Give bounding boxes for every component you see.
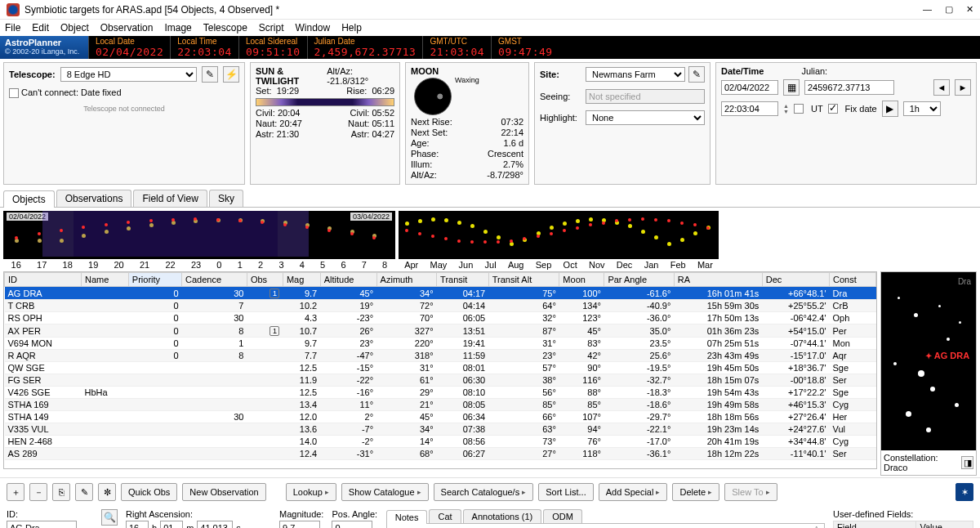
col-cadence[interactable]: Cadence: [182, 273, 247, 287]
settings-button[interactable]: ✼: [98, 483, 116, 501]
time-spinner[interactable]: ▲▼: [783, 103, 789, 114]
slew-to-button[interactable]: Slew To: [724, 483, 777, 501]
tab-objects[interactable]: Objects: [3, 190, 55, 208]
col-moon[interactable]: Moon: [559, 273, 604, 287]
tab-observations[interactable]: Observations: [56, 190, 132, 207]
minimize-button[interactable]: ―: [923, 4, 932, 15]
ra-s[interactable]: [197, 521, 233, 528]
delete-button[interactable]: Delete: [672, 483, 719, 501]
mag-input[interactable]: [279, 521, 320, 528]
planetarium-icon[interactable]: ✶: [956, 483, 973, 501]
menu-object[interactable]: Object: [60, 22, 89, 34]
sun-set: 19:29: [277, 86, 300, 96]
dt-step-select[interactable]: 1h: [903, 101, 941, 116]
quick-obs-button[interactable]: Quick Obs: [121, 483, 177, 501]
col-parangle[interactable]: Par Angle: [604, 273, 674, 287]
id-search-icon[interactable]: 🔍: [101, 509, 118, 526]
table-row[interactable]: STHA 16913.411°21°08:0585°85°-18.6°19h 4…: [5, 399, 876, 411]
telescope-select[interactable]: 8 Edge HD: [60, 67, 197, 82]
site-edit-icon[interactable]: ✎: [688, 66, 705, 83]
table-row[interactable]: AS 28912.4-31°68°06:2727°118°-36.1°18h 1…: [5, 448, 876, 460]
ut-checkbox[interactable]: [794, 104, 804, 114]
notes-text[interactable]: A.K.A.: SBC9 884, 2E 3573, 2RE J1601+664…: [386, 524, 825, 528]
dt-julian-input[interactable]: [804, 80, 894, 95]
menu-window[interactable]: Window: [296, 22, 331, 34]
close-button[interactable]: ✕: [966, 4, 973, 15]
table-row[interactable]: HEN 2-46814.0-2°14°08:5673°76°-17.0°20h …: [5, 436, 876, 448]
menu-file[interactable]: File: [5, 22, 20, 34]
ra-h[interactable]: [126, 521, 149, 528]
edit-button[interactable]: ✎: [75, 483, 93, 501]
pos-input[interactable]: [332, 521, 372, 528]
constellation-sky[interactable]: Dra ✦ AG DRA: [881, 272, 976, 450]
search-catalogue-button[interactable]: Search Catalogue/s: [434, 483, 534, 501]
table-row[interactable]: STHA 1493012.02°45°06:3466°107°-29.7°18h…: [5, 411, 876, 423]
notetab-annotations[interactable]: Annotations (1): [463, 509, 542, 523]
menu-edit[interactable]: Edit: [32, 22, 49, 34]
table-row[interactable]: RS OPH0304.3-23°70°06:0532°123°-36.0°17h…: [5, 312, 876, 324]
fixdate-checkbox[interactable]: [828, 104, 838, 114]
col-ra[interactable]: RA: [674, 273, 762, 287]
col-const[interactable]: Const: [830, 273, 876, 287]
ra-m[interactable]: [160, 521, 183, 528]
menu-image[interactable]: Image: [164, 22, 191, 34]
table-row[interactable]: V426 SGEHbHa12.5-16°29°08:1056°88°-18.3°…: [5, 387, 876, 399]
menu-script[interactable]: Script: [259, 22, 284, 34]
yearly-visibility-chart[interactable]: AprMayJunJulAugSepOctNovDecJanFebMar: [399, 211, 719, 268]
menu-observation[interactable]: Observation: [100, 22, 154, 34]
remove-button[interactable]: －: [29, 483, 47, 501]
starmap-toggle-icon[interactable]: ◨: [961, 456, 973, 469]
col-priority[interactable]: Priority: [128, 273, 181, 287]
table-row[interactable]: R AQR087.7-47°318°11:5923°42°25.6°23h 43…: [5, 350, 876, 362]
calendar-icon[interactable]: ▦: [783, 79, 800, 96]
notetab-notes[interactable]: Notes: [386, 510, 428, 524]
col-mag[interactable]: Mag: [283, 273, 320, 287]
dt-time-input[interactable]: [721, 101, 778, 116]
objects-area: IDNamePriorityCadenceObsMagAltitudeAzimu…: [0, 271, 980, 476]
duplicate-button[interactable]: ⎘: [52, 483, 70, 501]
col-altitude[interactable]: Altitude: [320, 273, 376, 287]
table-row[interactable]: FG SER11.9-22°61°06:3038°116°-32.7°18h 1…: [5, 374, 876, 387]
table-row[interactable]: T CRB0710.219°72°04:1464°134°-40.9°15h 5…: [5, 300, 876, 312]
udf-table[interactable]: FieldValue Priority0 Cadence30: [833, 521, 973, 528]
site-hl-label: Highlight:: [540, 113, 582, 123]
lookup-button[interactable]: Lookup: [286, 483, 336, 501]
col-azimuth[interactable]: Azimuth: [376, 273, 436, 287]
table-row[interactable]: V335 VUL13.6-7°34°07:3863°94°-22.1°19h 2…: [5, 423, 876, 436]
table-row[interactable]: AX PER08110.726°327°13:5187°45°35.0°01h …: [5, 324, 876, 338]
sort-list-button[interactable]: Sort List...: [538, 483, 594, 501]
tab-fov[interactable]: Field of View: [133, 190, 207, 207]
col-dec[interactable]: Dec: [762, 273, 829, 287]
dt-date-input[interactable]: [721, 80, 778, 95]
table-row[interactable]: V694 MON019.723°220°19:4131°83°23.5°07h …: [5, 338, 876, 350]
table-row[interactable]: AG DRA03019.745°34°04:1775°100°-61.6°16h…: [5, 287, 876, 300]
new-observation-button[interactable]: New Observation: [182, 483, 265, 501]
col-transitalt[interactable]: Transit Alt: [488, 273, 559, 287]
dt-prev[interactable]: ◄: [933, 79, 950, 96]
night-altitude-chart[interactable]: 02/04/2022 03/04/2022 161718192021222301…: [3, 211, 395, 268]
id-input[interactable]: [7, 521, 77, 528]
moon-altaz: -8.7/298°: [487, 170, 523, 181]
show-catalogue-button[interactable]: Show Catalogue: [341, 483, 429, 501]
col-name[interactable]: Name: [82, 273, 129, 287]
dt-next[interactable]: ►: [955, 79, 971, 96]
table-row[interactable]: QW SGE12.5-15°31°08:0157°90°-19.5°19h 45…: [5, 362, 876, 374]
objects-table[interactable]: IDNamePriorityCadenceObsMagAltitudeAzimu…: [3, 271, 877, 469]
col-id[interactable]: ID: [5, 273, 82, 287]
site-select[interactable]: Newmans Farm: [586, 67, 685, 82]
notetab-odm[interactable]: ODM: [543, 509, 582, 523]
tab-sky[interactable]: Sky: [209, 190, 243, 207]
col-transit[interactable]: Transit: [437, 273, 489, 287]
maximize-button[interactable]: ▢: [945, 4, 953, 15]
menu-help[interactable]: Help: [341, 22, 362, 34]
telescope-connect-icon[interactable]: ⚡: [223, 66, 239, 83]
telescope-edit-icon[interactable]: ✎: [202, 66, 218, 83]
telescope-connect-checkbox[interactable]: [9, 88, 19, 98]
site-highlight-select[interactable]: None: [586, 110, 705, 125]
menu-telescope[interactable]: Telescope: [203, 22, 247, 34]
col-obs[interactable]: Obs: [247, 273, 283, 287]
notetab-cat[interactable]: Cat: [429, 509, 461, 523]
add-special-button[interactable]: Add Special: [599, 483, 668, 501]
add-button[interactable]: ＋: [7, 483, 24, 501]
dt-play-icon[interactable]: ▶: [882, 101, 898, 117]
